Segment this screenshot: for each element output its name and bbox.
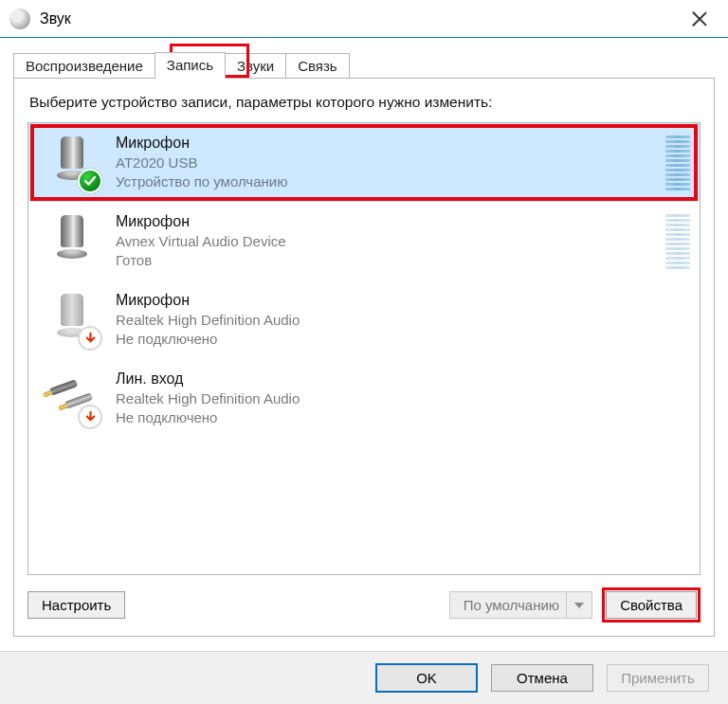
ok-button[interactable]: OK — [375, 663, 478, 693]
microphone-icon — [44, 135, 100, 191]
tab-sounds[interactable]: Звуки — [225, 53, 286, 78]
panel-button-row: Настроить По умолчанию Свойства — [27, 587, 701, 623]
device-name: Лин. вход — [116, 370, 690, 389]
device-status: Готов — [116, 251, 658, 270]
set-default-label: По умолчанию — [464, 597, 559, 613]
microphone-icon — [44, 292, 100, 349]
device-name: Микрофон — [116, 291, 690, 311]
tab-playback[interactable]: Воспроизведение — [13, 53, 155, 78]
unplugged-badge-icon — [78, 326, 102, 351]
device-driver: Avnex Virtual Audio Device — [116, 232, 658, 251]
highlight-properties: Свойства — [602, 587, 701, 623]
line-in-icon — [44, 370, 100, 427]
tab-strip: Воспроизведение Запись Звуки Связь — [13, 47, 715, 78]
window-title: Звук — [40, 10, 71, 27]
device-list[interactable]: Микрофон AT2020 USB Устройство по умолча… — [27, 122, 701, 575]
device-row[interactable]: Микрофон Avnex Virtual Audio Device Гото… — [28, 202, 700, 280]
close-icon[interactable] — [688, 8, 711, 30]
dialog-button-row: OK Отмена Применить — [0, 651, 728, 704]
configure-button[interactable]: Настроить — [27, 591, 125, 619]
chevron-down-icon — [574, 603, 584, 608]
tab-recording[interactable]: Запись — [155, 52, 226, 79]
device-row[interactable]: Микрофон Realtek High Definition Audio Н… — [28, 280, 700, 359]
tab-panel: Выберите устройство записи, параметры ко… — [13, 78, 715, 637]
sound-icon — [9, 9, 30, 29]
microphone-icon — [44, 213, 100, 270]
device-row[interactable]: Микрофон AT2020 USB Устройство по умолча… — [28, 123, 700, 202]
device-driver: Realtek High Definition Audio — [116, 389, 690, 408]
instruction-text: Выберите устройство записи, параметры ко… — [29, 94, 701, 111]
tab-communications[interactable]: Связь — [285, 53, 349, 78]
device-name: Микрофон — [116, 212, 658, 232]
device-status: Не подключено — [116, 408, 690, 427]
dialog-body: Воспроизведение Запись Звуки Связь Выбер… — [0, 38, 728, 637]
checkmark-badge-icon — [78, 169, 102, 193]
set-default-dropdown[interactable]: По умолчанию — [449, 591, 592, 619]
apply-button: Применить — [607, 664, 709, 692]
titlebar: Звук — [0, 0, 728, 38]
device-status: Устройство по умолчанию — [116, 172, 658, 191]
device-status: Не подключено — [116, 330, 690, 349]
unplugged-badge-icon — [78, 405, 102, 429]
cancel-button[interactable]: Отмена — [491, 664, 593, 692]
device-name: Микрофон — [116, 134, 658, 153]
device-driver: Realtek High Definition Audio — [116, 311, 690, 330]
device-driver: AT2020 USB — [116, 153, 658, 172]
level-meter-icon — [665, 214, 690, 269]
properties-button[interactable]: Свойства — [606, 591, 697, 619]
device-row[interactable]: Лин. вход Realtek High Definition Audio … — [28, 359, 700, 438]
level-meter-icon — [665, 135, 690, 190]
